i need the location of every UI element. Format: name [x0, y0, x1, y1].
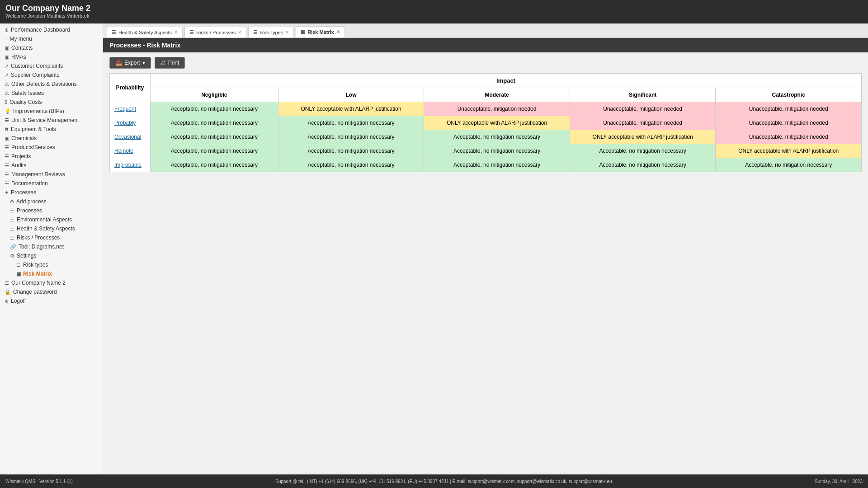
sidebar-item-our-company[interactable]: ☰Our Company Name 2: [0, 278, 103, 287]
sidebar-label-equipment: Equipment & Tools: [11, 126, 56, 132]
tab-risks-processes[interactable]: ☰Risks / Processes✕: [184, 27, 246, 38]
probability-link-remote[interactable]: Remote: [114, 148, 133, 154]
tab-risk-matrix[interactable]: ▦Risk Matrix✕: [296, 26, 345, 38]
footer-support: Support @ tel.: (INT) +1 (614) 689-8696,…: [275, 479, 612, 484]
probability-cell-probably: Probably: [110, 116, 151, 130]
tab-label-0: Health & Safety Aspects: [118, 30, 172, 35]
sidebar-label-documentation: Documentation: [11, 180, 48, 187]
footer: Wismatix QMS - Version 5.1.1-(1) Support…: [0, 474, 868, 488]
sidebar-item-risk-types[interactable]: ☰Risk types: [0, 260, 103, 269]
sidebar-item-env-aspects[interactable]: ☰Environmental Aspects: [0, 215, 103, 224]
print-button[interactable]: 🖨 Print: [155, 57, 185, 69]
matrix-cell-occasional-0: Acceptable, no mitigation necessary: [151, 130, 278, 144]
sidebar-item-unit-service[interactable]: ☰Unit & Service Management: [0, 116, 103, 125]
sidebar-item-customer-complaints[interactable]: ↗Customer Complaints: [0, 61, 103, 70]
sidebar-item-add-process[interactable]: ⊕Add process: [0, 197, 103, 206]
sidebar-icon-add-process: ⊕: [10, 199, 14, 205]
matrix-cell-frequent-0: Acceptable, no mitigation necessary: [151, 102, 278, 116]
matrix-cell-occasional-2: Acceptable, no mitigation necessary: [424, 130, 570, 144]
sidebar: ⊕Performance Dashboard≡My menu▣Contacts▣…: [0, 23, 103, 474]
sidebar-item-my-menu[interactable]: ≡My menu: [0, 34, 103, 43]
sidebar-label-contacts: Contacts: [11, 45, 33, 51]
sidebar-label-rmas: RMAs: [11, 54, 26, 60]
sidebar-item-supplier-complaints[interactable]: ↗Supplier Complaints: [0, 70, 103, 80]
sidebar-label-audits: Audits: [11, 162, 26, 169]
sidebar-label-supplier-complaints: Supplier Complaints: [11, 72, 59, 78]
tab-icon-1: ☰: [189, 29, 194, 35]
main-content: Processes - Risk Matrix 📤 Export ▾ 🖨 Pri…: [103, 38, 868, 474]
probability-link-probably[interactable]: Probably: [114, 120, 136, 126]
probability-link-occasional[interactable]: Occasional: [114, 134, 141, 140]
toolbar: 📤 Export ▾ 🖨 Print: [103, 52, 868, 73]
sidebar-label-our-company: Our Company Name 2: [11, 280, 66, 286]
tabs-bar: ☰Health & Safety Aspects✕☰Risks / Proces…: [103, 23, 868, 38]
sidebar-item-quality-costs[interactable]: $Quality Costs: [0, 98, 103, 107]
export-button[interactable]: 📤 Export ▾: [109, 57, 151, 69]
sidebar-item-tool-diagrams[interactable]: 🔗Tool: Diagrams.net: [0, 242, 103, 251]
sidebar-item-products[interactable]: ☰Products/Services: [0, 143, 103, 152]
sidebar-label-customer-complaints: Customer Complaints: [11, 63, 63, 69]
sidebar-icon-equipment: ✖: [5, 127, 9, 132]
sidebar-item-contacts[interactable]: ▣Contacts: [0, 43, 103, 52]
sidebar-item-documentation[interactable]: ☰Documentation: [0, 179, 103, 188]
sidebar-item-settings[interactable]: ⚙Settings: [0, 251, 103, 260]
sidebar-item-audits[interactable]: ☰Audits: [0, 161, 103, 170]
sidebar-icon-our-company: ☰: [5, 280, 9, 286]
sidebar-label-my-menu: My menu: [9, 36, 32, 42]
sidebar-item-risk-matrix[interactable]: ▦Risk Matrix: [0, 269, 103, 278]
sidebar-item-change-password[interactable]: 🔒Change password: [0, 287, 103, 296]
sidebar-item-health-safety[interactable]: ☰Health & Safety Aspects: [0, 224, 103, 233]
sidebar-label-unit-service: Unit & Service Management: [11, 117, 79, 123]
sidebar-icon-audits: ☰: [5, 163, 9, 169]
sidebar-item-safety-issues[interactable]: ⚠Safety Issues: [0, 89, 103, 98]
probability-header: Probability: [110, 74, 151, 102]
matrix-cell-probably-4: Unacceptable, mitigation needed: [716, 116, 862, 130]
sidebar-icon-improvements: 💡: [5, 108, 11, 114]
sidebar-item-improvements[interactable]: 💡Improvements (BIPs): [0, 107, 103, 116]
sidebar-label-change-password: Change password: [13, 289, 57, 295]
sidebar-icon-unit-service: ☰: [5, 117, 9, 123]
sidebar-item-mgmt-reviews[interactable]: ☰Management Reviews: [0, 170, 103, 179]
tab-risk-types[interactable]: ☰Risk types✕: [248, 27, 294, 38]
page-title: Processes - Risk Matrix: [109, 42, 180, 49]
matrix-cell-occasional-4: Unacceptable, mitigation needed: [716, 130, 862, 144]
tab-icon-3: ▦: [301, 29, 305, 35]
sidebar-icon-risk-types: ☰: [16, 262, 21, 268]
sidebar-item-logoff[interactable]: ⊕Logoff: [0, 296, 103, 305]
sidebar-item-risks-processes[interactable]: ☰Risks / Processes: [0, 233, 103, 242]
page-title-bar: Processes - Risk Matrix: [103, 38, 868, 52]
matrix-row-frequent: FrequentAcceptable, no mitigation necess…: [110, 102, 862, 116]
probability-cell-frequent: Frequent: [110, 102, 151, 116]
sidebar-item-processes-sub[interactable]: ☰Processes: [0, 206, 103, 215]
matrix-row-improbable: ImprobableAcceptable, no mitigation nece…: [110, 158, 862, 172]
sidebar-icon-supplier-complaints: ↗: [5, 72, 9, 78]
tab-label-3: Risk Matrix: [307, 29, 334, 35]
probability-link-frequent[interactable]: Frequent: [114, 106, 136, 112]
sidebar-icon-health-safety: ☰: [10, 226, 14, 232]
matrix-cell-probably-3: Unacceptable, mitigation needed: [570, 116, 716, 130]
sidebar-label-performance-dashboard: Performance Dashboard: [11, 27, 70, 33]
sidebar-item-rmas[interactable]: ▣RMAs: [0, 52, 103, 61]
tab-health-safety-aspects[interactable]: ☰Health & Safety Aspects✕: [107, 27, 183, 38]
sidebar-item-projects[interactable]: ☰Projects: [0, 152, 103, 161]
sidebar-item-performance-dashboard[interactable]: ⊕Performance Dashboard: [0, 25, 103, 34]
print-label: Print: [168, 60, 179, 66]
tab-close-2[interactable]: ✕: [285, 30, 289, 35]
sidebar-label-risk-matrix: Risk Matrix: [23, 271, 52, 277]
sidebar-item-chemicals[interactable]: ▣Chemicals: [0, 134, 103, 143]
sidebar-item-other-defects[interactable]: ⚠Other Defects & Deviations: [0, 80, 103, 89]
matrix-row-occasional: OccasionalAcceptable, no mitigation nece…: [110, 130, 862, 144]
probability-link-improbable[interactable]: Improbable: [114, 162, 142, 168]
sidebar-item-equipment[interactable]: ✖Equipment & Tools: [0, 125, 103, 134]
print-icon: 🖨: [160, 60, 166, 66]
matrix-cell-improbable-3: Acceptable, no mitigation necessary: [570, 158, 716, 172]
tab-close-0[interactable]: ✕: [174, 30, 178, 35]
risk-matrix-table: ProbabilityImpactNegligibleLowModerateSi…: [109, 73, 862, 172]
sidebar-item-processes[interactable]: ✦Processes: [0, 188, 103, 197]
export-icon: 📤: [115, 60, 122, 66]
content-area: ☰Health & Safety Aspects✕☰Risks / Proces…: [103, 23, 868, 474]
tab-icon-2: ☰: [253, 29, 258, 35]
tab-close-3[interactable]: ✕: [336, 29, 340, 34]
tab-close-1[interactable]: ✕: [238, 30, 241, 35]
sidebar-icon-safety-issues: ⚠: [5, 90, 9, 96]
